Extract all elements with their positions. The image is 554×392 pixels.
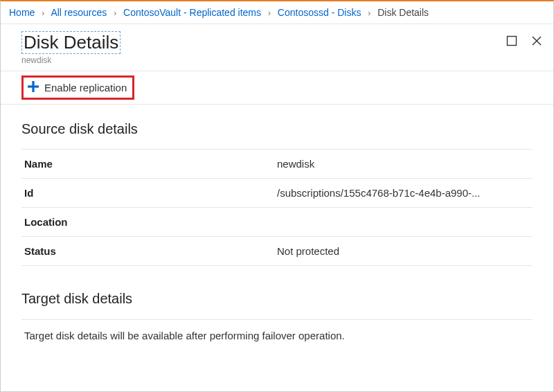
prop-label-status: Status	[24, 245, 277, 257]
target-section-title: Target disk details	[21, 291, 533, 307]
page-subtitle: newdisk	[21, 55, 120, 65]
table-row: Status Not protected	[21, 236, 533, 266]
chevron-right-icon: ›	[268, 8, 271, 18]
prop-value-name: newdisk	[277, 158, 530, 170]
enable-replication-button[interactable]: Enable replication	[21, 75, 134, 100]
enable-replication-label: Enable replication	[44, 82, 127, 93]
prop-value-id: /subscriptions/155c4768-b71c-4e4b-a990-.…	[277, 187, 530, 199]
breadcrumb: Home › All resources › ContosoVault - Re…	[1, 1, 553, 24]
prop-value-location	[277, 216, 530, 228]
breadcrumb-link-home[interactable]: Home	[9, 7, 35, 18]
prop-label-location: Location	[24, 216, 277, 228]
page-title: Disk Details	[21, 31, 120, 54]
table-row: Name newdisk	[21, 149, 533, 179]
breadcrumb-link-all-resources[interactable]: All resources	[51, 7, 107, 18]
close-icon[interactable]	[531, 35, 542, 46]
breadcrumb-link-vault[interactable]: ContosoVault - Replicated items	[123, 7, 261, 18]
prop-label-id: Id	[24, 187, 277, 199]
chevron-right-icon: ›	[114, 8, 116, 18]
prop-label-name: Name	[24, 158, 277, 170]
breadcrumb-current: Disk Details	[377, 7, 429, 18]
plus-icon	[26, 80, 40, 96]
chevron-right-icon: ›	[42, 8, 44, 18]
svg-rect-0	[508, 37, 517, 46]
table-row: Id /subscriptions/155c4768-b71c-4e4b-a99…	[21, 178, 533, 208]
prop-value-status: Not protected	[277, 245, 530, 257]
chevron-right-icon: ›	[368, 8, 370, 18]
target-info-text: Target disk details will be available af…	[21, 319, 533, 351]
table-row: Location	[21, 207, 533, 237]
breadcrumb-link-disks[interactable]: Contosossd - Disks	[278, 7, 361, 18]
source-section-title: Source disk details	[21, 121, 533, 137]
restore-icon[interactable]	[506, 35, 517, 46]
